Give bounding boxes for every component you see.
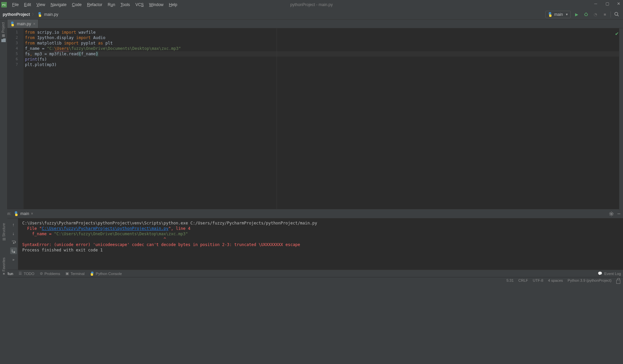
menu-run[interactable]: Run [105,1,118,8]
line-number: 5 [7,51,23,57]
svg-point-6 [615,12,618,16]
menu-code[interactable]: Code [69,1,84,8]
line-gutter: 1 2 3 4 5 6 7 [7,28,24,209]
debug-button[interactable] [582,11,590,18]
chevron-down-icon: ▼ [565,13,568,16]
close-run-tab-icon[interactable]: × [31,211,33,216]
chevron-right-icon: 〉 [32,12,35,17]
svg-line-13 [610,212,611,213]
svg-line-7 [617,15,619,17]
pycharm-icon: PC [1,2,7,7]
soft-wrap-icon[interactable] [10,239,17,245]
close-icon[interactable]: ✕ [616,1,621,6]
more-icon[interactable]: » [10,256,17,263]
line-number: 1 [7,30,23,35]
editor-tab-bar: main.py × [7,20,623,28]
breadcrumb: pythonProject 〉 main.py [3,12,58,17]
up-arrow-icon[interactable]: ↑ [10,221,17,228]
line-number: 2 [7,35,23,40]
main-area: ▦Project main.py × 1 2 3 4 5 6 7 [0,20,623,209]
run-tab-label: main [20,211,29,216]
console-output[interactable]: C:\Users\fuzzy\PycharmProjects\pythonPro… [18,218,623,270]
run-tab[interactable]: main × [14,211,33,216]
menu-help[interactable]: Help [166,1,180,8]
project-tool-button[interactable]: ▦Project [1,22,5,38]
run-button[interactable]: ▶ [573,11,580,18]
menu-navigate[interactable]: Navigate [48,1,69,8]
editor[interactable]: 1 2 3 4 5 6 7 from scripy.io import wavf… [7,28,623,209]
structure-tool-button[interactable]: ▤Structure [2,223,6,241]
coverage-button[interactable]: ◔ [592,11,599,18]
python-icon [14,211,19,216]
menu-bar: File Edit View Navigate Code Refactor Ru… [9,1,180,8]
status-bar: 5:31 CRLF UTF-8 4 spaces Python 3.9 (pyt… [0,277,623,284]
breadcrumb-file[interactable]: main.py [44,12,58,17]
todo-tool-button[interactable]: ☰TODO [19,271,34,276]
menu-edit[interactable]: Edit [21,1,34,8]
svg-line-4 [585,16,586,16]
line-number: 7 [7,62,23,67]
menu-file[interactable]: File [9,1,21,8]
gear-icon[interactable] [609,211,614,216]
project-tool-button-strip: ▦Project [0,20,7,209]
editor-tab-main[interactable]: main.py × [7,20,38,28]
tab-label: main.py [17,22,31,26]
minimize-icon[interactable]: ─ [593,1,598,6]
svg-line-16 [613,212,613,213]
event-log-button[interactable]: 💬Event Log [598,271,621,276]
favorites-tool-button[interactable]: ★Favorites [2,257,6,276]
folder-icon [1,38,6,42]
line-ending[interactable]: CRLF [518,278,528,284]
menu-vcs[interactable]: VCS [133,1,146,8]
line-number: 4 [7,46,23,51]
inspection-ok-icon[interactable]: ✔ [615,31,619,36]
menu-window[interactable]: Window [146,1,166,8]
navigation-bar: pythonProject 〉 main.py main ▼ ▶ ◔ ■ [0,9,623,20]
python-file-icon [37,12,42,17]
bottom-tool-bar: ▶Run ☰TODO ⊘Problems ▣Terminal Python Co… [0,270,623,277]
scroll-to-end-icon[interactable] [10,247,17,254]
title-bar: PC File Edit View Navigate Code Refactor… [0,0,623,9]
menu-view[interactable]: View [34,1,48,8]
stop-button[interactable]: ■ [601,11,608,18]
svg-point-8 [611,213,612,214]
caret-position[interactable]: 5:31 [506,278,513,284]
run-config-selector[interactable]: main ▼ [545,11,571,18]
python-console-tool-button[interactable]: Python Console [90,272,122,276]
search-everywhere-button[interactable] [613,11,620,18]
close-tab-icon[interactable]: × [33,22,35,26]
interpreter[interactable]: Python 3.9 (pythonProject) [568,278,612,284]
window-title: pythonProject - main.py [290,2,333,7]
menu-tools[interactable]: Tools [118,1,133,8]
menu-refactor[interactable]: Refactor [84,1,105,8]
line-number: 6 [7,57,23,62]
maximize-icon[interactable]: ▢ [605,1,610,6]
right-margin-guide [277,28,277,209]
breadcrumb-project[interactable]: pythonProject [3,12,30,17]
encoding[interactable]: UTF-8 [533,278,543,284]
hide-panel-icon[interactable]: ─ [617,211,620,216]
code-content[interactable]: from scripy.io import wavfile from Ipyth… [24,28,623,209]
run-config-name: main [554,12,563,17]
svg-line-14 [613,215,613,215]
lock-icon[interactable] [616,280,620,284]
editor-scrollbar[interactable] [619,28,623,210]
line-number: 3 [7,40,23,46]
python-icon [548,12,553,17]
run-panel-header: Run: main × ─ [0,209,623,218]
indent-setting[interactable]: 4 spaces [548,278,563,284]
svg-line-15 [610,215,611,215]
svg-line-5 [587,16,587,16]
down-arrow-icon[interactable]: ↓ [10,230,17,237]
problems-tool-button[interactable]: ⊘Problems [40,271,60,276]
run-panel: ▶ ■ » ↑ ↓ » [0,218,623,270]
terminal-tool-button[interactable]: ▣Terminal [65,271,85,276]
python-file-icon [10,22,15,26]
